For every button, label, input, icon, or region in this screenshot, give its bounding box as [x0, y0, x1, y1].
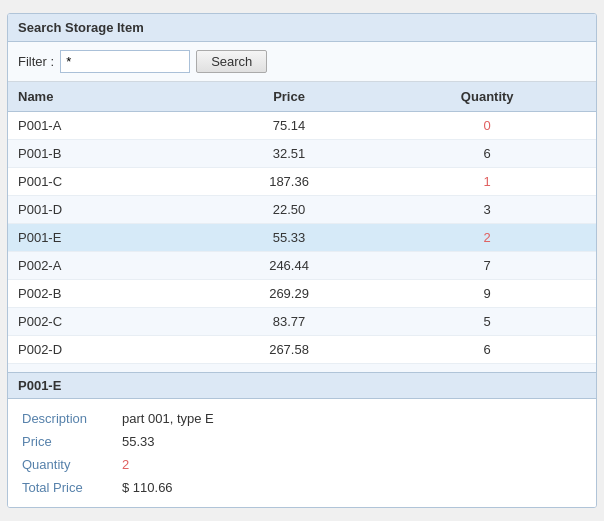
- detail-key: Quantity: [22, 457, 122, 472]
- row-price: 246.44: [200, 252, 379, 280]
- row-price: 32.51: [200, 140, 379, 168]
- row-price: 55.33: [200, 224, 379, 252]
- row-price: 187.36: [200, 168, 379, 196]
- table-row[interactable]: P002-E179.634: [8, 364, 596, 373]
- detail-value: $ 110.66: [122, 480, 173, 495]
- col-quantity: Quantity: [378, 82, 596, 112]
- table-row[interactable]: P002-A246.447: [8, 252, 596, 280]
- row-quantity: 7: [378, 252, 596, 280]
- row-quantity: 4: [378, 364, 596, 373]
- detail-key: Total Price: [22, 480, 122, 495]
- table-row[interactable]: P002-B269.299: [8, 280, 596, 308]
- detail-row: Quantity2: [22, 453, 582, 476]
- main-panel: Search Storage Item Filter : Search Name…: [7, 13, 597, 508]
- detail-row: Price55.33: [22, 430, 582, 453]
- row-name: P001-C: [8, 168, 200, 196]
- row-quantity: 5: [378, 308, 596, 336]
- row-name: P001-A: [8, 112, 200, 140]
- panel-title: Search Storage Item: [8, 14, 596, 42]
- table-container: Name Price Quantity P001-A75.140P001-B32…: [8, 82, 596, 372]
- detail-row: Total Price$ 110.66: [22, 476, 582, 499]
- row-price: 75.14: [200, 112, 379, 140]
- detail-value: 55.33: [122, 434, 155, 449]
- row-price: 22.50: [200, 196, 379, 224]
- search-button[interactable]: Search: [196, 50, 267, 73]
- row-price: 179.63: [200, 364, 379, 373]
- detail-value: part 001, type E: [122, 411, 214, 426]
- row-quantity: 0: [378, 112, 596, 140]
- table-row[interactable]: P001-B32.516: [8, 140, 596, 168]
- row-name: P001-E: [8, 224, 200, 252]
- table-row[interactable]: P001-D22.503: [8, 196, 596, 224]
- table-row[interactable]: P001-C187.361: [8, 168, 596, 196]
- row-quantity: 9: [378, 280, 596, 308]
- row-price: 267.58: [200, 336, 379, 364]
- table-body: P001-A75.140P001-B32.516P001-C187.361P00…: [8, 112, 596, 373]
- table-row[interactable]: P001-A75.140: [8, 112, 596, 140]
- detail-key: Description: [22, 411, 122, 426]
- items-table: Name Price Quantity P001-A75.140P001-B32…: [8, 82, 596, 372]
- table-header-row: Name Price Quantity: [8, 82, 596, 112]
- col-price: Price: [200, 82, 379, 112]
- detail-value: 2: [122, 457, 129, 472]
- table-row[interactable]: P002-D267.586: [8, 336, 596, 364]
- row-price: 83.77: [200, 308, 379, 336]
- row-name: P002-B: [8, 280, 200, 308]
- col-name: Name: [8, 82, 200, 112]
- row-name: P002-A: [8, 252, 200, 280]
- detail-title: P001-E: [8, 373, 596, 399]
- detail-panel: P001-E Descriptionpart 001, type EPrice5…: [8, 372, 596, 507]
- row-quantity: 6: [378, 336, 596, 364]
- row-quantity: 3: [378, 196, 596, 224]
- detail-body: Descriptionpart 001, type EPrice55.33Qua…: [8, 399, 596, 507]
- row-name: P002-C: [8, 308, 200, 336]
- row-name: P002-E: [8, 364, 200, 373]
- row-quantity: 1: [378, 168, 596, 196]
- row-price: 269.29: [200, 280, 379, 308]
- table-row[interactable]: P002-C83.775: [8, 308, 596, 336]
- filter-label: Filter :: [18, 54, 54, 69]
- row-name: P001-B: [8, 140, 200, 168]
- row-name: P001-D: [8, 196, 200, 224]
- filter-input[interactable]: [60, 50, 190, 73]
- row-name: P002-D: [8, 336, 200, 364]
- detail-row: Descriptionpart 001, type E: [22, 407, 582, 430]
- detail-key: Price: [22, 434, 122, 449]
- row-quantity: 6: [378, 140, 596, 168]
- row-quantity: 2: [378, 224, 596, 252]
- filter-bar: Filter : Search: [8, 42, 596, 82]
- table-row[interactable]: P001-E55.332: [8, 224, 596, 252]
